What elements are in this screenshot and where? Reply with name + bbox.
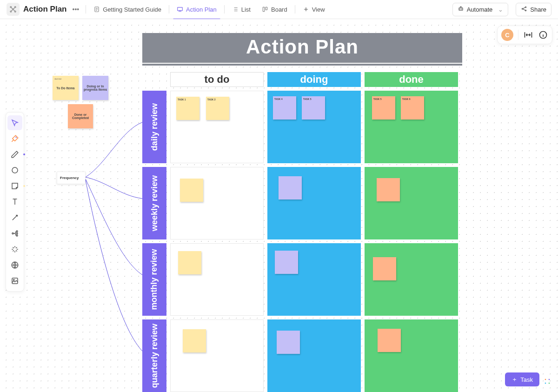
separator — [224, 5, 225, 13]
svg-rect-7 — [263, 7, 265, 11]
sticky-task-5[interactable]: TASK 5 — [302, 96, 325, 120]
tool-image[interactable] — [7, 273, 22, 288]
chevron-down-icon: ⌄ — [498, 6, 503, 13]
cell-quarterly-todo[interactable] — [170, 319, 264, 392]
tool-text[interactable] — [7, 194, 22, 209]
svg-point-0 — [13, 9, 14, 10]
list-icon — [232, 6, 239, 13]
svg-point-24 — [545, 379, 546, 380]
legend-todo-sticky[interactable]: Just text To Do Items — [53, 76, 79, 100]
cell-weekly-done[interactable] — [365, 167, 458, 239]
add-task-button[interactable]: ＋ Task — [505, 372, 539, 386]
avatar[interactable]: C — [501, 29, 513, 41]
svg-point-25 — [549, 379, 550, 380]
legend-doing-sticky[interactable]: Doing or In progress Items — [82, 76, 108, 100]
sticky-empty[interactable] — [279, 176, 302, 199]
share-button[interactable]: Share — [516, 3, 551, 16]
sticky-empty[interactable] — [378, 329, 401, 352]
svg-point-10 — [459, 9, 460, 9]
nav-label: List — [241, 6, 251, 13]
svg-point-19 — [16, 235, 18, 236]
tool-sticky[interactable] — [7, 179, 22, 193]
svg-point-26 — [545, 383, 546, 384]
tool-web[interactable] — [7, 258, 22, 272]
nav-action-plan[interactable]: Action Plan — [173, 3, 220, 16]
sticky-empty[interactable] — [373, 257, 396, 280]
cell-quarterly-doing[interactable] — [267, 319, 361, 392]
cell-monthly-done[interactable] — [365, 243, 458, 316]
row-label-monthly: monthly review — [142, 243, 166, 316]
nav-label: Getting Started Guide — [103, 6, 161, 13]
robot-icon — [458, 6, 464, 13]
svg-rect-6 — [178, 7, 183, 11]
sticky-empty[interactable] — [275, 251, 298, 274]
cell-monthly-doing[interactable] — [267, 243, 361, 316]
separator — [518, 30, 518, 40]
row-label-text: quarterly review — [151, 324, 158, 388]
tool-connector[interactable] — [7, 210, 22, 225]
legend-doing-label: Doing or In progress Items — [82, 85, 108, 91]
app-icon[interactable] — [7, 3, 20, 16]
tool-select[interactable] — [7, 115, 22, 130]
automate-button[interactable]: Automate ⌄ — [452, 3, 509, 16]
sticky-task-1[interactable]: TASK 1 — [176, 97, 199, 120]
fit-width-icon[interactable] — [523, 30, 533, 40]
share-label: Share — [530, 6, 546, 13]
sticky-empty[interactable] — [277, 331, 300, 354]
apps-grid-button[interactable] — [543, 377, 551, 385]
svg-point-17 — [16, 231, 18, 232]
sticky-empty[interactable] — [377, 178, 400, 201]
cell-daily-todo[interactable]: TASK 1 TASK 2 — [170, 91, 264, 163]
cell-daily-doing[interactable]: TASK 4 TASK 5 — [267, 91, 361, 163]
svg-point-4 — [14, 11, 16, 12]
nav-add-view[interactable]: View — [299, 3, 329, 16]
frequency-label: Frequency — [60, 176, 79, 180]
svg-point-11 — [461, 9, 462, 9]
nav-label: Action Plan — [186, 6, 217, 13]
svg-point-3 — [10, 11, 12, 12]
row-quarterly: quarterly review — [142, 319, 462, 392]
whiteboard-canvas[interactable]: C Just text To Do Items Doing or In prog… — [0, 19, 558, 392]
row-weekly: weekly review — [142, 167, 462, 239]
board-title: Action Plan — [142, 33, 462, 63]
sticky-task-4[interactable]: TASK 4 — [273, 96, 296, 120]
row-daily: daily review TASK 1 TASK 2 TASK 4 TASK 5… — [142, 91, 462, 163]
column-headers: to do doing done — [142, 72, 462, 87]
board-divider — [142, 64, 462, 66]
nav-list[interactable]: List — [228, 3, 254, 16]
nav-getting-started[interactable]: Getting Started Guide — [90, 3, 165, 16]
sticky-task-5b[interactable]: TASK 5 — [372, 96, 395, 120]
share-icon — [521, 6, 527, 13]
tool-mindmap[interactable] — [7, 226, 22, 241]
automate-label: Automate — [467, 6, 493, 13]
tool-ai[interactable] — [7, 131, 22, 146]
sticky-empty[interactable] — [183, 329, 206, 352]
col-header-done: done — [365, 72, 458, 87]
task-button-label: Task — [520, 376, 533, 383]
sticky-empty[interactable] — [178, 251, 201, 274]
svg-rect-8 — [266, 7, 267, 10]
cell-quarterly-done[interactable] — [365, 319, 458, 392]
svg-point-27 — [549, 383, 550, 384]
nav-board[interactable]: Board — [258, 3, 291, 16]
page-title: Action Plan — [23, 5, 67, 14]
whiteboard-icon — [177, 6, 183, 13]
legend-done-sticky[interactable]: Done or Completed — [68, 104, 93, 128]
col-header-todo: to do — [170, 72, 264, 87]
cell-daily-done[interactable]: TASK 5 TASK 6 — [365, 91, 458, 163]
sticky-task-6[interactable]: TASK 6 — [401, 96, 424, 120]
sticky-task-2[interactable]: TASK 2 — [206, 97, 229, 120]
tool-pen[interactable] — [7, 147, 22, 162]
separator — [169, 5, 169, 13]
frequency-node[interactable]: Frequency — [57, 172, 86, 184]
sticky-empty[interactable] — [180, 179, 203, 202]
tool-shape[interactable] — [7, 163, 22, 178]
cell-monthly-todo[interactable] — [170, 243, 264, 316]
cell-weekly-doing[interactable] — [267, 167, 361, 239]
info-icon[interactable] — [538, 30, 548, 40]
tool-sparkle[interactable] — [7, 242, 22, 257]
separator — [86, 5, 86, 13]
legend-done-label: Done or Completed — [68, 113, 93, 120]
cell-weekly-todo[interactable] — [170, 167, 264, 239]
more-icon[interactable]: ••• — [73, 6, 80, 13]
